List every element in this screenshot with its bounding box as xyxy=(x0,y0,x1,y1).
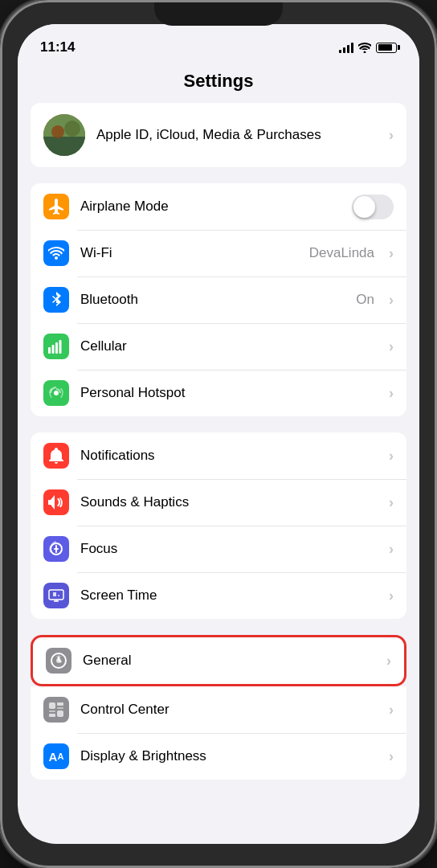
apple-id-text: Apple ID, iCloud, Media & Purchases xyxy=(96,126,378,144)
settings-row-cellular[interactable]: Cellular › xyxy=(31,323,406,370)
screen: 11:14 Settings xyxy=(18,24,419,844)
page-title: Settings xyxy=(18,64,419,103)
wifi-icon xyxy=(43,240,69,266)
avatar xyxy=(43,114,85,156)
svg-rect-16 xyxy=(57,710,63,717)
display-brightness-chevron-icon: › xyxy=(389,748,394,765)
settings-group-notifications: Notifications › Sounds & Haptics › xyxy=(31,432,406,619)
screen-time-chevron-icon: › xyxy=(389,588,394,604)
status-bar: 11:14 xyxy=(18,24,419,64)
settings-row-display-brightness[interactable]: AA Display & Brightness › xyxy=(31,733,406,780)
screen-time-label: Screen Time xyxy=(80,588,378,604)
cellular-chevron-icon: › xyxy=(389,338,394,355)
toggle-knob xyxy=(353,196,375,218)
settings-row-bluetooth[interactable]: Bluetooth On › xyxy=(31,276,406,323)
cellular-label: Cellular xyxy=(80,338,378,354)
svg-rect-13 xyxy=(57,707,63,709)
control-center-icon xyxy=(43,697,69,723)
wifi-value: DevaLinda xyxy=(309,245,374,261)
control-center-label: Control Center xyxy=(80,702,378,718)
svg-rect-12 xyxy=(57,702,63,706)
battery-icon xyxy=(376,43,397,53)
focus-label: Focus xyxy=(80,541,378,557)
svg-point-3 xyxy=(64,121,80,137)
settings-row-personal-hotspot[interactable]: Personal Hotspot › xyxy=(31,370,406,416)
settings-row-wifi[interactable]: Wi-Fi DevaLinda › xyxy=(31,230,406,276)
notifications-icon xyxy=(43,443,69,469)
sounds-haptics-label: Sounds & Haptics xyxy=(80,494,378,510)
wifi-chevron-icon: › xyxy=(389,245,394,262)
svg-rect-15 xyxy=(49,714,55,717)
focus-chevron-icon: › xyxy=(389,541,394,558)
svg-point-2 xyxy=(51,125,64,138)
svg-point-8 xyxy=(54,391,59,395)
svg-rect-14 xyxy=(49,710,55,712)
settings-row-screen-time[interactable]: Screen Time › xyxy=(31,572,406,619)
svg-rect-6 xyxy=(55,342,58,354)
settings-group-bottom: Control Center › AA Display & Brightness… xyxy=(31,686,406,780)
svg-point-10 xyxy=(56,658,61,663)
wifi-label: Wi-Fi xyxy=(80,245,298,261)
airplane-mode-icon xyxy=(43,194,69,219)
sounds-haptics-chevron-icon: › xyxy=(389,494,394,511)
personal-hotspot-label: Personal Hotspot xyxy=(80,385,378,401)
apple-id-row[interactable]: Apple ID, iCloud, Media & Purchases › xyxy=(31,103,406,167)
bluetooth-chevron-icon: › xyxy=(389,292,394,309)
svg-rect-7 xyxy=(59,340,62,354)
settings-row-notifications[interactable]: Notifications › xyxy=(31,432,406,479)
personal-hotspot-icon xyxy=(43,380,69,406)
svg-rect-11 xyxy=(49,702,55,709)
airplane-mode-label: Airplane Mode xyxy=(80,199,341,215)
settings-row-general[interactable]: General › xyxy=(33,637,404,684)
apple-id-label: Apple ID, iCloud, Media & Purchases xyxy=(96,126,378,144)
svg-rect-5 xyxy=(52,345,55,354)
sounds-haptics-icon xyxy=(43,489,69,515)
bluetooth-label: Bluetooth xyxy=(80,292,345,308)
airplane-mode-toggle[interactable] xyxy=(352,194,394,219)
settings-row-airplane-mode[interactable]: Airplane Mode xyxy=(31,183,406,230)
svg-rect-1 xyxy=(43,137,85,156)
general-chevron-icon: › xyxy=(386,653,391,669)
status-time: 11:14 xyxy=(40,39,75,55)
notifications-chevron-icon: › xyxy=(389,448,394,465)
general-label: General xyxy=(83,653,375,669)
cellular-icon xyxy=(43,334,69,359)
svg-rect-4 xyxy=(48,347,51,354)
apple-id-chevron-icon: › xyxy=(389,127,394,144)
battery-fill xyxy=(378,44,393,51)
display-brightness-icon: AA xyxy=(43,743,69,769)
general-icon xyxy=(46,648,71,674)
focus-icon xyxy=(43,536,69,562)
notifications-label: Notifications xyxy=(80,448,378,464)
avatar-image xyxy=(43,114,85,156)
bluetooth-icon xyxy=(43,287,69,313)
signal-bars-icon xyxy=(339,42,353,53)
settings-row-control-center[interactable]: Control Center › xyxy=(31,686,406,733)
settings-group-connectivity: Airplane Mode Wi-Fi DevaLinda › xyxy=(31,183,406,416)
notch xyxy=(154,0,283,26)
display-brightness-label: Display & Brightness xyxy=(80,748,378,764)
phone-frame: 11:14 Settings xyxy=(0,0,437,868)
personal-hotspot-chevron-icon: › xyxy=(389,385,394,402)
content: Apple ID, iCloud, Media & Purchases › Ai… xyxy=(18,103,419,844)
settings-row-sounds-haptics[interactable]: Sounds & Haptics › xyxy=(31,479,406,526)
general-highlighted-container: General › xyxy=(31,635,406,686)
settings-row-focus[interactable]: Focus › xyxy=(31,526,406,572)
screen-time-icon xyxy=(43,583,69,608)
control-center-chevron-icon: › xyxy=(389,702,394,719)
status-icons xyxy=(339,42,397,53)
bluetooth-value: On xyxy=(356,292,374,308)
wifi-status-icon xyxy=(358,43,371,53)
